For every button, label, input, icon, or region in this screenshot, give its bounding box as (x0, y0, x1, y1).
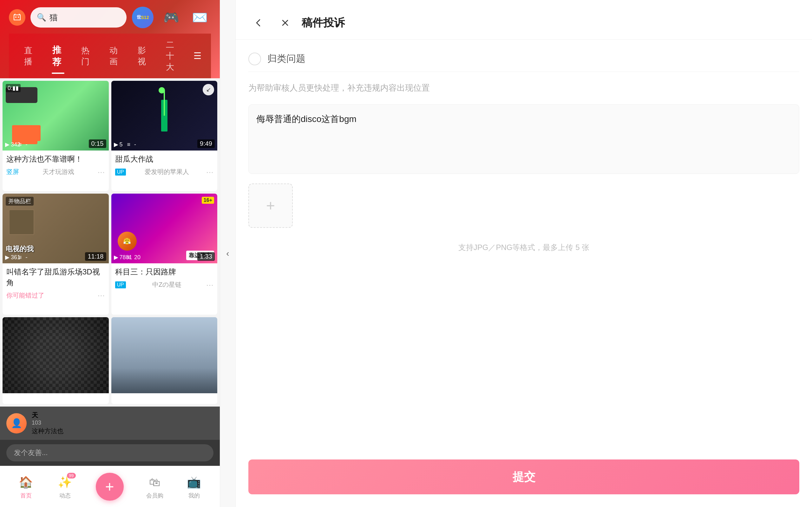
video-more-3[interactable]: ··· (97, 290, 105, 300)
video-title-4: 科目三：只因路牌 (115, 267, 214, 277)
video-duration-1: 0:15 (89, 139, 106, 148)
video-stats-2: ≡- (127, 141, 136, 148)
chat-content: 天 103 这种方法也 (32, 411, 213, 435)
video-info-1: 这种方法也不靠谱啊！ 竖屏 天才玩游戏 ··· (3, 151, 109, 180)
up-badge-2: UP (115, 169, 126, 176)
video-card-5[interactable] (3, 317, 109, 404)
nav-home[interactable]: 🏠 首页 (18, 474, 34, 499)
play-icon-3: ▶361 (5, 254, 20, 261)
video-title-3: 叫错名字了甜瓜游乐场3D视角 (6, 267, 105, 288)
video-info-3: 叫错名字了甜瓜游乐场3D视角 你可能错过了 ··· (3, 263, 109, 303)
nav-feed[interactable]: ✨ 99 动态 (57, 474, 73, 499)
video-card-6[interactable] (111, 317, 217, 404)
video-thumb-5 (3, 317, 109, 393)
app-panel: 🔍 猫 世S12 🎮 ✉️ 直播 推荐 热门 (0, 0, 220, 507)
svg-point-0 (15, 16, 16, 18)
tab-twenty[interactable]: 二十大 (157, 34, 190, 78)
report-help-text: 为帮助审核人员更快处理，补充违规内容出现位置 (248, 81, 799, 95)
tab-anime[interactable]: 动画 (101, 39, 129, 73)
video-meta-1: 竖屏 天才玩游戏 ··· (6, 167, 105, 177)
nav-mine-label: 我的 (189, 492, 200, 499)
report-body: 归类问题 为帮助审核人员更快处理，补充违规内容出现位置 侮辱普通的disco这首… (236, 40, 812, 453)
video-author-1: 天才玩游戏 (43, 168, 74, 176)
nav-menu-button[interactable]: ☰ (190, 48, 205, 64)
search-query: 猫 (49, 12, 120, 23)
nav-shop[interactable]: 🛍 会员购 (146, 474, 163, 499)
upload-plus-icon: + (266, 197, 275, 214)
s12-button[interactable]: 世S12 (132, 6, 154, 29)
tab-live[interactable]: 直播 (15, 39, 44, 73)
search-bar[interactable]: 🔍 猫 (31, 7, 126, 27)
video-thumb-6 (111, 317, 217, 393)
logo-area (9, 9, 26, 26)
video-card-3[interactable]: 并物品栏 电视的我 ▶361 ≡- 11:18 叫错名字了甜瓜游乐场3D视角 你… (3, 193, 109, 315)
header-icons: 世S12 🎮 ✉️ (132, 6, 211, 29)
search-icon: 🔍 (37, 13, 46, 22)
video-card-1[interactable]: 0:▮▮ ▶342 ≡- 0:15 这种方法也不靠谱啊！ 竖屏 天才玩游戏 ··… (3, 81, 109, 191)
tab-recommend[interactable]: 推荐 (44, 38, 72, 74)
chat-video-ref: 这种方法也 (32, 427, 213, 435)
video-author-4: 中Zの星链 (152, 280, 182, 289)
video-card-4[interactable]: 16+ 靠边停车 😤 ▶7881 ≡20 1:33 科目三：只因路牌 UP 中Z… (111, 193, 217, 315)
mail-button[interactable]: ✉️ (189, 6, 211, 29)
add-button[interactable]: + (96, 473, 124, 501)
upload-button[interactable]: + (248, 183, 293, 228)
home-icon: 🏠 (18, 474, 34, 491)
report-category-row: 归类问题 (248, 52, 799, 72)
submit-button[interactable]: 提交 (248, 459, 799, 494)
tab-film[interactable]: 影视 (129, 39, 157, 73)
nav-mine[interactable]: 📺 我的 (186, 474, 202, 499)
video-thumb-1: 0:▮▮ ▶342 ≡- 0:15 (3, 81, 109, 151)
video-card-2[interactable]: ↙ ▶5 ≡- 9:49 甜瓜大作战 UP 爱发明的苹果人 ··· (111, 81, 217, 191)
chat-user-name: 天 (32, 411, 213, 419)
category-label: 归类问题 (267, 52, 305, 65)
nav-feed-label: 动态 (59, 492, 71, 499)
nav-tabs: 直播 推荐 热门 动画 影视 二十大 ☰ (9, 34, 211, 78)
video-stats-4: ≡20 (127, 254, 141, 261)
video-stats-1: ≡- (18, 141, 28, 148)
report-back-button[interactable] (248, 13, 269, 33)
s12-badge: 世S12 (132, 7, 154, 28)
chat-follower-count: 103 (32, 419, 213, 426)
report-textarea-content: 侮辱普通的disco这首bgm (256, 112, 792, 126)
collapse-chevron[interactable]: ‹ (226, 248, 229, 259)
video-info-4: 科目三：只因路牌 UP 中Zの星链 ··· (111, 263, 217, 293)
upload-hint: 支持JPG／PNG等格式，最多上传 5 张 (248, 242, 799, 252)
nav-add[interactable]: + (96, 473, 124, 501)
bottom-nav: 🏠 首页 ✨ 99 动态 + 🛍 会员购 📺 我的 (0, 466, 220, 507)
video-more-2[interactable]: ··· (206, 167, 213, 177)
nav-shop-label: 会员购 (146, 492, 163, 499)
play-icon-1: ▶342 (5, 141, 20, 148)
video-duration-4: 1:33 (197, 252, 215, 261)
upload-area: + (248, 183, 799, 228)
bilibili-logo[interactable] (9, 9, 26, 26)
play-icon-2: ▶5 (114, 141, 123, 148)
video-stats-3: ≡- (18, 254, 28, 261)
report-textarea-wrap[interactable]: 侮辱普通的disco这首bgm (248, 104, 799, 174)
app-header: 🔍 猫 世S12 🎮 ✉️ 直播 推荐 热门 (0, 0, 220, 78)
video-author-2: 爱发明的苹果人 (145, 168, 189, 176)
video-more-4[interactable]: ··· (206, 280, 213, 290)
report-title: 稿件投诉 (302, 15, 799, 30)
category-radio[interactable] (248, 53, 261, 65)
video-title-2: 甜瓜大作战 (115, 154, 214, 164)
report-close-button[interactable] (275, 13, 295, 33)
video-duration-3: 11:18 (85, 252, 106, 261)
chat-input-bar: 发个友善... (0, 440, 220, 466)
comment-input[interactable]: 发个友善... (6, 444, 213, 461)
up-badge-4: UP (115, 281, 126, 288)
panel-divider: ‹ (220, 0, 236, 507)
video-title-1: 这种方法也不靠谱啊！ (6, 154, 105, 164)
mine-icon: 📺 (186, 474, 202, 491)
report-panel: 稿件投诉 归类问题 为帮助审核人员更快处理，补充违规内容出现位置 侮辱普通的di… (236, 0, 812, 507)
game-button[interactable]: 🎮 (160, 6, 183, 29)
nav-home-label: 首页 (20, 492, 32, 499)
video-thumb-3: 并物品栏 电视的我 ▶361 ≡- 11:18 (3, 193, 109, 263)
video-meta-3: 你可能错过了 ··· (6, 290, 105, 300)
tab-hot[interactable]: 热门 (72, 39, 101, 73)
video-thumb-2: ↙ ▶5 ≡- 9:49 (111, 81, 217, 151)
feed-icon: ✨ 99 (57, 474, 73, 491)
video-info-2: 甜瓜大作战 UP 爱发明的苹果人 ··· (111, 151, 217, 180)
video-more-1[interactable]: ··· (97, 167, 105, 177)
video-duration-2: 9:49 (197, 139, 215, 148)
